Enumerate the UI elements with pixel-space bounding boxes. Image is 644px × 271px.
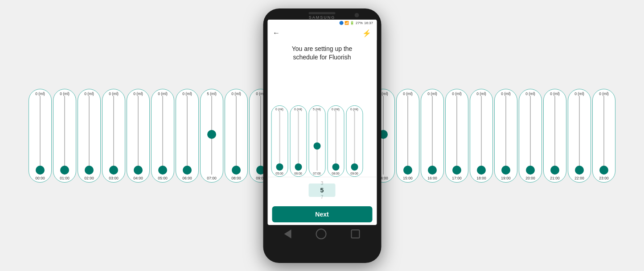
slider-time-label: 07:00 xyxy=(207,176,216,180)
slider-track xyxy=(236,96,237,175)
home-icon[interactable] xyxy=(316,229,327,239)
slider-track xyxy=(432,96,433,175)
slider-time-label: 05:00 xyxy=(158,176,167,180)
slider-17:00[interactable]: 0 (ml)17:00 xyxy=(445,89,468,183)
slider-thumb[interactable] xyxy=(599,166,608,175)
slider-track-area xyxy=(446,96,468,175)
slider-thumb[interactable] xyxy=(183,166,192,175)
slider-thumb[interactable] xyxy=(207,130,216,139)
slider-time-label: 20:00 xyxy=(525,176,535,180)
slider-00:00[interactable]: 0 (ml)00:00 xyxy=(29,89,52,183)
value-picker[interactable]: 3 5 7 xyxy=(267,177,377,204)
slider-thumb[interactable] xyxy=(158,166,167,175)
phone-sliders-area[interactable]: 0 (ml) 05:00 0 (ml) 06:00 xyxy=(267,68,377,177)
slider-track-area xyxy=(421,96,443,175)
slider-track-area xyxy=(519,96,541,175)
phone-device: SAMSUNG 🔵 📶 🔋 27% 16:37 ← ⚡ You are sett… xyxy=(263,8,381,263)
slider-08:00[interactable]: 0 (ml)08:00 xyxy=(225,89,248,183)
slider-07:00[interactable]: 5 (ml)07:00 xyxy=(200,89,223,183)
slider-ml-label: 0 (ml) xyxy=(574,92,584,96)
slider-time-label: 21:00 xyxy=(550,176,559,180)
slider-time-label: 03:00 xyxy=(109,176,118,180)
slider-ml-label: 0 (ml) xyxy=(158,92,168,96)
slider-time-label: 23:00 xyxy=(599,176,608,180)
slider-time-label: 00:00 xyxy=(35,176,45,180)
slider-track-area xyxy=(29,96,51,175)
phone-top-bar xyxy=(263,8,381,14)
clock: 16:37 xyxy=(364,21,373,25)
slider-track xyxy=(603,96,604,175)
slider-05:00[interactable]: 0 (ml)05:00 xyxy=(151,89,174,183)
slider-ml-label: 0 (ml) xyxy=(60,92,70,96)
next-button[interactable]: Next xyxy=(272,206,372,222)
slider-thumb[interactable] xyxy=(403,166,412,175)
slider-18:00[interactable]: 0 (ml)18:00 xyxy=(470,89,493,183)
screen-title: You are setting up the schedule for Fluo… xyxy=(267,40,377,68)
slider-track-area xyxy=(593,96,615,175)
phone-slider-06: 0 (ml) 06:00 xyxy=(290,105,307,177)
nav-bar: ← ⚡ xyxy=(267,26,377,40)
slider-track-area xyxy=(152,96,174,175)
slider-track xyxy=(505,96,506,175)
slider-16:00[interactable]: 0 (ml)16:00 xyxy=(421,89,444,183)
slider-ml-label: 0 (ml) xyxy=(35,92,45,96)
slider-time-label: 16:00 xyxy=(427,176,437,180)
slider-03:00[interactable]: 0 (ml)03:00 xyxy=(102,89,125,183)
slider-thumb[interactable] xyxy=(134,166,143,175)
slider-thumb[interactable] xyxy=(526,166,535,175)
slider-04:00[interactable]: 0 (ml)04:00 xyxy=(127,89,150,183)
back-button[interactable]: ← xyxy=(273,29,280,37)
slider-time-label: 18:00 xyxy=(476,176,486,180)
slider-23:00[interactable]: 0 (ml)23:00 xyxy=(592,89,615,183)
slider-21:00[interactable]: 0 (ml)21:00 xyxy=(543,89,566,183)
phone-brand: SAMSUNG xyxy=(263,15,381,20)
slider-22:00[interactable]: 0 (ml)22:00 xyxy=(568,89,591,183)
slider-track xyxy=(162,96,163,175)
slider-ml-label: 0 (ml) xyxy=(427,92,437,96)
slider-thumb[interactable] xyxy=(575,166,584,175)
slider-thumb[interactable] xyxy=(501,166,510,175)
slider-thumb[interactable] xyxy=(85,166,94,175)
slider-time-label: 08:00 xyxy=(231,176,241,180)
slider-track xyxy=(407,96,408,175)
back-nav-icon[interactable] xyxy=(284,229,291,238)
slider-06:00[interactable]: 0 (ml)06:00 xyxy=(176,89,199,183)
slider-track xyxy=(481,96,482,175)
pulse-icon: ⚡ xyxy=(362,29,371,38)
slider-thumb[interactable] xyxy=(109,166,118,175)
slider-thumb[interactable] xyxy=(550,166,559,175)
slider-15:00[interactable]: 0 (ml)15:00 xyxy=(396,89,419,183)
slider-thumb[interactable] xyxy=(232,166,241,175)
slider-19:00[interactable]: 0 (ml)19:00 xyxy=(494,89,517,183)
slider-track xyxy=(187,96,188,175)
slider-track-area xyxy=(176,96,198,175)
slider-track xyxy=(89,96,90,175)
phone-slider-05: 0 (ml) 05:00 xyxy=(271,105,288,177)
slider-time-label: 06:00 xyxy=(182,176,192,180)
slider-time-label: 02:00 xyxy=(84,176,94,180)
slider-time-label: 19:00 xyxy=(501,176,510,180)
slider-time-label: 15:00 xyxy=(403,176,412,180)
slider-ml-label: 0 (ml) xyxy=(133,92,143,96)
slider-01:00[interactable]: 0 (ml)01:00 xyxy=(53,89,76,183)
slider-track xyxy=(554,96,555,175)
slider-thumb[interactable] xyxy=(452,166,461,175)
phone-speaker xyxy=(309,12,336,14)
slider-ml-label: 0 (ml) xyxy=(403,92,413,96)
slider-track-area xyxy=(544,96,566,175)
slider-track-area xyxy=(127,96,149,175)
phone-slider-07: 5 (ml) 07:00 xyxy=(308,105,325,177)
slider-thumb[interactable] xyxy=(36,166,45,175)
recents-icon[interactable] xyxy=(351,229,360,238)
slider-02:00[interactable]: 0 (ml)02:00 xyxy=(78,89,101,183)
slider-thumb[interactable] xyxy=(477,166,486,175)
slider-time-label: 22:00 xyxy=(574,176,584,180)
slider-track xyxy=(579,96,580,175)
phone-camera xyxy=(354,13,359,17)
slider-ml-label: 0 (ml) xyxy=(109,92,119,96)
slider-20:00[interactable]: 0 (ml)20:00 xyxy=(519,89,542,183)
slider-thumb[interactable] xyxy=(60,166,69,175)
slider-thumb[interactable] xyxy=(428,166,437,175)
slider-track-area xyxy=(397,96,419,175)
slider-time-label: 01:00 xyxy=(60,176,69,180)
